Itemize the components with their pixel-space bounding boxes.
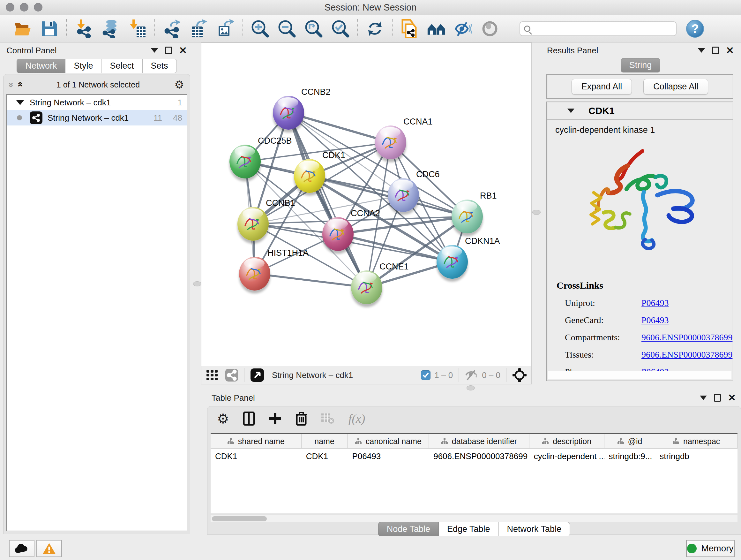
table-cell[interactable]: CDK1	[301, 449, 348, 463]
enable-glass-effect-icon[interactable]	[454, 19, 472, 38]
expand-all-button[interactable]: Expand All	[571, 79, 632, 95]
zoom-fit-icon[interactable]	[305, 19, 323, 38]
protein-name: CDK1	[589, 105, 615, 116]
tab-edge-table[interactable]: Edge Table	[439, 522, 499, 537]
warnings-button[interactable]	[37, 540, 62, 557]
table-h-scrollbar[interactable]	[211, 515, 738, 522]
section-collapse-icon[interactable]	[567, 109, 575, 113]
horizontal-splitter-handle[interactable]	[467, 385, 475, 390]
network-node-CDK1[interactable]	[294, 159, 325, 193]
network-edge[interactable]	[255, 273, 367, 287]
table-cell[interactable]: cyclin-dependent ...	[529, 449, 604, 463]
help-button[interactable]: ?	[686, 20, 704, 38]
network-row-selected[interactable]: String Network – cdk1 11 48	[7, 110, 187, 125]
panel-close-icon[interactable]: ✕	[726, 47, 734, 54]
import-table-file-icon[interactable]	[128, 19, 147, 38]
table-cell[interactable]: stringdb	[655, 449, 738, 463]
memory-button[interactable]: Memory	[686, 540, 735, 557]
table-h-scrollbar-thumb[interactable]	[212, 516, 267, 521]
column-header-@id[interactable]: @id	[604, 434, 656, 448]
tab-node-table[interactable]: Node Table	[378, 522, 439, 537]
refresh-view-icon[interactable]	[366, 19, 384, 38]
export-image-icon[interactable]	[216, 19, 235, 38]
network-node-RB1[interactable]	[452, 199, 483, 233]
collection-count: 1	[178, 98, 182, 108]
import-network-file-icon[interactable]	[75, 19, 93, 38]
column-header-canonical-name[interactable]: canonical name	[347, 434, 429, 448]
column-header-description[interactable]: description	[529, 434, 604, 448]
table-cell[interactable]: stringdb:9...	[604, 449, 656, 463]
panel-close-icon[interactable]: ✕	[179, 47, 187, 54]
network-node-CCNE1[interactable]	[351, 270, 382, 304]
zoom-selected-icon[interactable]	[331, 19, 350, 38]
tab-sets[interactable]: Sets	[143, 59, 177, 73]
selected-items-checkbox[interactable]	[421, 370, 430, 380]
crosslink-link[interactable]: 9606.ENSP00000378699	[642, 350, 732, 360]
detach-view-icon[interactable]	[250, 368, 264, 382]
tab-network-table[interactable]: Network Table	[499, 522, 570, 537]
panel-close-icon[interactable]: ✕	[728, 394, 736, 401]
save-session-icon[interactable]	[40, 19, 59, 38]
network-node-HIST1H1A[interactable]	[239, 257, 270, 291]
panel-menu-icon[interactable]	[700, 395, 707, 400]
collapse-all-button[interactable]: Collapse All	[643, 79, 708, 95]
show-graphics-details-icon[interactable]	[481, 19, 499, 38]
crosslink-link[interactable]: 9606.ENSP00000378699	[642, 332, 732, 343]
panel-float-icon[interactable]	[165, 47, 172, 54]
column-header-namespac[interactable]: namespac	[655, 434, 738, 448]
crosslink-link[interactable]: P06493	[642, 298, 669, 308]
network-node-CDC6[interactable]	[388, 178, 419, 212]
table-cell[interactable]: P06493	[347, 449, 429, 463]
network-node-CDKN1A[interactable]	[436, 245, 468, 279]
network-edge[interactable]	[288, 113, 367, 287]
panel-float-icon[interactable]	[712, 47, 719, 54]
search-input[interactable]	[534, 24, 672, 34]
table-cell[interactable]: CDK1	[211, 449, 301, 463]
zoom-out-icon[interactable]	[278, 19, 296, 38]
network-node-CCNA1[interactable]	[375, 125, 406, 159]
network-node-CCNB2[interactable]	[273, 96, 304, 130]
collection-expand-icon[interactable]	[16, 100, 24, 105]
export-network-icon[interactable]	[163, 19, 181, 38]
network-node-CDC25B[interactable]	[229, 145, 261, 179]
network-collection-row[interactable]: String Network – cdk1 1	[7, 95, 187, 110]
show-columns-icon[interactable]	[243, 412, 255, 426]
view-toolbar-separator	[459, 368, 459, 382]
birds-eye-toggle-icon[interactable]	[512, 368, 527, 382]
panel-menu-icon[interactable]	[698, 48, 705, 53]
vertical-splitter-handle[interactable]	[193, 281, 201, 287]
table-cell[interactable]: 9606.ENSP00000378699	[429, 449, 529, 463]
protein-section-header[interactable]: CDK1	[547, 102, 733, 120]
crosslink-link[interactable]: P06493	[642, 315, 669, 325]
panel-float-icon[interactable]	[714, 394, 721, 401]
panel-menu-icon[interactable]	[151, 48, 158, 53]
network-node-CCNB1[interactable]	[238, 207, 269, 241]
string-home-icon[interactable]	[427, 19, 446, 38]
create-column-icon[interactable]	[269, 412, 281, 425]
tab-network[interactable]: Network	[17, 59, 65, 73]
current-network-name: String Network – cdk1	[272, 370, 353, 380]
open-session-icon[interactable]	[13, 19, 32, 38]
gear-icon[interactable]: ⚙	[175, 78, 184, 91]
column-header-shared-name[interactable]: shared name	[211, 434, 301, 448]
delete-column-icon[interactable]	[295, 412, 307, 426]
import-network-database-icon[interactable]	[102, 19, 120, 38]
results-scrollbar-track[interactable]	[548, 371, 731, 379]
tab-string[interactable]: String	[621, 58, 661, 72]
table-settings-icon[interactable]: ⚙	[217, 411, 229, 427]
vertical-splitter-handle[interactable]	[532, 210, 541, 215]
zoom-in-icon[interactable]	[251, 19, 269, 38]
column-header-name[interactable]: name	[301, 434, 348, 448]
export-table-icon[interactable]	[190, 19, 208, 38]
string-view-icon[interactable]	[225, 368, 239, 382]
tab-style[interactable]: Style	[65, 59, 102, 73]
clone-network-icon[interactable]	[400, 19, 419, 38]
cloud-status-button[interactable]	[9, 540, 35, 557]
grid-view-icon[interactable]	[206, 369, 219, 381]
network-node-CCNA2[interactable]	[322, 217, 354, 251]
network-canvas[interactable]: CCNB2CCNA1CDC25BCDK1CDC6RB1CCNB1CCNA2CDK…	[201, 43, 531, 366]
expand-all-icon[interactable]: »	[14, 82, 25, 87]
table-row[interactable]: CDK1CDK1P064939606.ENSP00000378699cyclin…	[211, 449, 738, 463]
column-header-database-identifier[interactable]: database identifier	[429, 434, 529, 448]
tab-select[interactable]: Select	[102, 59, 142, 73]
